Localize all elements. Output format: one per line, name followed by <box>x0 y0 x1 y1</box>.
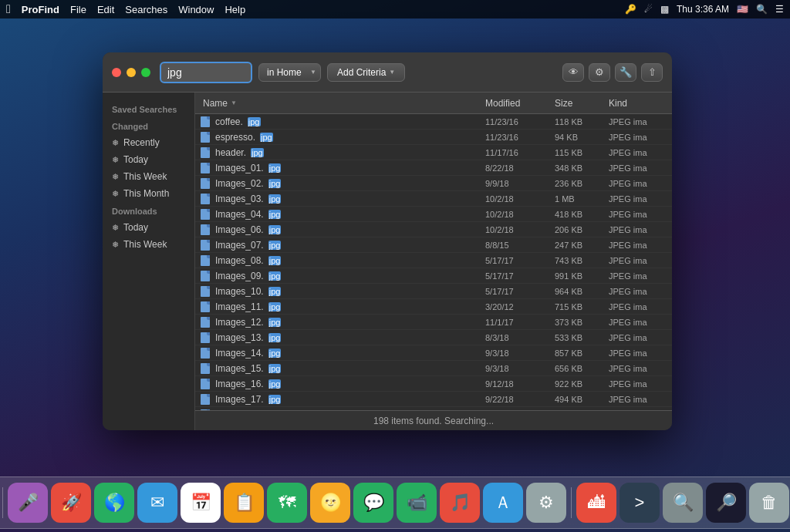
col-header-modified[interactable]: Modified <box>479 98 549 109</box>
file-size: 418 KB <box>549 210 603 219</box>
file-size: 94 KB <box>549 133 603 142</box>
menu-window[interactable]: Window <box>178 4 214 15</box>
dock-icon-siri[interactable]: 🎤 <box>8 483 48 523</box>
table-row[interactable]: Images_10.jpg5/17/17964 KBJPEG ima <box>195 284 672 299</box>
snowflake-icon-5: ❅ <box>112 223 119 233</box>
file-size: 922 KB <box>549 379 603 389</box>
dock-icon-finder2[interactable]: 🔍 <box>663 483 703 523</box>
table-row[interactable]: coffee.jpg11/23/16118 KBJPEG ima <box>195 114 672 130</box>
dock-icon-calendar[interactable]: 📅 <box>181 483 221 523</box>
file-name-ext: jpg <box>268 271 282 281</box>
sidebar-item-recently[interactable]: ❅ Recently <box>103 134 194 151</box>
file-name-cell: Images_14.jpg <box>195 348 479 359</box>
table-row[interactable]: Images_02.jpg9/9/18236 KBJPEG ima <box>195 176 672 191</box>
table-row[interactable]: Images_08.jpg5/17/17743 KBJPEG ima <box>195 253 672 268</box>
file-icon <box>200 286 211 297</box>
dock-icon-facetime[interactable]: 📹 <box>397 483 437 523</box>
col-header-size[interactable]: Size <box>549 98 603 109</box>
table-row[interactable]: header.jpg11/17/16115 KBJPEG ima <box>195 145 672 160</box>
menu-help[interactable]: Help <box>225 4 245 15</box>
dock-icon-maps[interactable]: 🗺 <box>267 483 307 523</box>
file-name-ext: jpg <box>268 379 282 389</box>
location-select[interactable]: in Home <box>258 63 321 82</box>
eye-button[interactable]: 👁 <box>562 63 584 82</box>
dock-icon-launchpad[interactable]: 🚀 <box>51 483 91 523</box>
file-name-cell: Images_13.jpg <box>195 332 479 343</box>
fullscreen-button[interactable] <box>141 68 150 77</box>
dock-separator <box>571 487 572 518</box>
file-name-base: espresso. <box>215 132 255 143</box>
share-button[interactable]: ⇧ <box>641 63 663 82</box>
dock-icon-trash[interactable]: 🗑 <box>749 483 789 523</box>
dock-icon-magnet[interactable]: 🏙 <box>576 483 616 523</box>
apple-menu[interactable]:  <box>6 2 11 16</box>
file-modified: 10/2/18 <box>479 210 549 219</box>
file-name-cell: Images_04.jpg <box>195 209 479 220</box>
close-button[interactable] <box>112 68 121 77</box>
dock-icon-safari[interactable]: 🌎 <box>94 483 134 523</box>
dock-icon-notes[interactable]: 📋 <box>224 483 264 523</box>
table-row[interactable]: Images_17.jpg9/22/18494 KBJPEG ima <box>195 392 672 407</box>
sidebar-item-today-label: Today <box>123 154 148 165</box>
dock-icon-mail[interactable]: ✉ <box>137 483 177 523</box>
menubar-search-icon[interactable]: 🔍 <box>756 4 768 15</box>
sidebar-item-dl-today[interactable]: ❅ Today <box>103 219 194 236</box>
menu-searches[interactable]: Searches <box>125 4 167 15</box>
file-icon <box>200 348 211 359</box>
column-headers: Name Modified Size Kind <box>195 93 672 114</box>
table-row[interactable]: Images_16.jpg9/12/18922 KBJPEG ima <box>195 376 672 392</box>
app-name[interactable]: ProFind <box>22 4 59 15</box>
status-text: 198 items found. Searching... <box>373 416 494 426</box>
table-row[interactable]: Images_11.jpg3/20/12715 KBJPEG ima <box>195 299 672 315</box>
file-name-cell: espresso.jpg <box>195 132 479 143</box>
table-row[interactable]: Images_13.jpg8/3/18533 KBJPEG ima <box>195 330 672 345</box>
file-icon <box>200 178 211 189</box>
minimize-button[interactable] <box>127 68 136 77</box>
table-row[interactable]: espresso.jpg11/23/1694 KBJPEG ima <box>195 130 672 145</box>
sidebar-item-this-month-label: This Month <box>123 188 169 199</box>
menu-file[interactable]: File <box>70 4 86 15</box>
table-row[interactable]: Images_06.jpg10/2/18206 KBJPEG ima <box>195 222 672 237</box>
add-criteria-button[interactable]: Add Criteria <box>327 63 405 82</box>
table-row[interactable]: Images_07.jpg8/8/15247 KBJPEG ima <box>195 237 672 253</box>
file-modified: 9/22/18 <box>479 395 549 404</box>
file-name-ext: jpg <box>268 348 282 358</box>
table-row[interactable]: Images_09.jpg5/17/17991 KBJPEG ima <box>195 268 672 284</box>
table-row[interactable]: Images_14.jpg9/3/18857 KBJPEG ima <box>195 345 672 361</box>
gear-button[interactable]: ⚙ <box>589 63 610 82</box>
dock-icon-terminal[interactable]: > <box>620 483 660 523</box>
file-name-cell: Images_10.jpg <box>195 286 479 297</box>
sidebar-item-this-month[interactable]: ❅ This Month <box>103 185 194 202</box>
menubar-menu-icon[interactable]: ☰ <box>775 4 784 15</box>
file-modified: 5/17/17 <box>479 256 549 265</box>
sidebar-item-this-week[interactable]: ❅ This Week <box>103 168 194 185</box>
col-header-kind[interactable]: Kind <box>603 98 672 109</box>
table-row[interactable]: Images_04.jpg10/2/18418 KBJPEG ima <box>195 207 672 222</box>
table-row[interactable]: Images_15.jpg9/3/18656 KBJPEG ima <box>195 361 672 376</box>
table-row[interactable]: Images_01.jpg8/22/18348 KBJPEG ima <box>195 160 672 176</box>
location-wrap: in Home <box>258 63 321 82</box>
search-input[interactable] <box>160 62 252 83</box>
file-name-cell: Images_01.jpg <box>195 163 479 173</box>
file-name-cell: Images_03.jpg <box>195 194 479 204</box>
file-modified: 8/22/18 <box>479 163 549 173</box>
col-header-name[interactable]: Name <box>195 98 479 109</box>
snowflake-icon-4: ❅ <box>112 189 119 199</box>
dock-icon-music[interactable]: 🎵 <box>440 483 480 523</box>
table-row[interactable]: Images_12.jpg11/1/17373 KBJPEG ima <box>195 315 672 330</box>
table-row[interactable]: Images_03.jpg10/2/181 MBJPEG ima <box>195 191 672 207</box>
dock-icon-photos[interactable]: 🌝 <box>310 483 350 523</box>
file-kind: JPEG ima <box>603 302 672 311</box>
file-name-ext: jpg <box>268 256 282 265</box>
file-modified: 5/17/17 <box>479 271 549 281</box>
dock-icon-system-prefs[interactable]: ⚙ <box>526 483 566 523</box>
sidebar-item-today[interactable]: ❅ Today <box>103 151 194 168</box>
menu-edit[interactable]: Edit <box>97 4 114 15</box>
sidebar-item-dl-this-week[interactable]: ❅ This Week <box>103 236 194 253</box>
wrench-button[interactable]: 🔧 <box>615 63 636 82</box>
file-icon <box>200 271 211 281</box>
dock-icon-messages[interactable]: 💬 <box>353 483 393 523</box>
dock-icon-app-store[interactable]: Ａ <box>483 483 523 523</box>
dock-icon-profind[interactable]: 🔎 <box>706 483 746 523</box>
file-icon <box>200 132 211 143</box>
